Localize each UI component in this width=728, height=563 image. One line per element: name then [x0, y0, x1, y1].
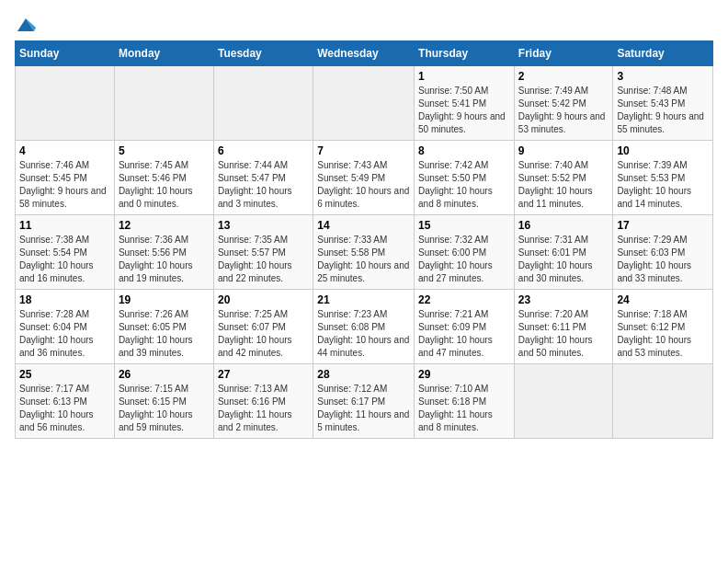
day-info: Sunrise: 7:44 AM Sunset: 5:47 PM Dayligh…	[218, 159, 309, 211]
calendar-cell: 21Sunrise: 7:23 AM Sunset: 6:08 PM Dayli…	[313, 290, 415, 364]
day-number: 15	[418, 219, 510, 232]
day-info: Sunrise: 7:50 AM Sunset: 5:41 PM Dayligh…	[418, 85, 510, 136]
calendar-cell: 17Sunrise: 7:29 AM Sunset: 6:03 PM Dayli…	[613, 215, 713, 290]
day-number: 2	[518, 70, 609, 83]
calendar-cell: 23Sunrise: 7:20 AM Sunset: 6:11 PM Dayli…	[514, 290, 613, 364]
calendar-cell: 29Sunrise: 7:10 AM Sunset: 6:18 PM Dayli…	[415, 364, 515, 439]
calendar-cell	[114, 66, 213, 141]
day-info: Sunrise: 7:48 AM Sunset: 5:43 PM Dayligh…	[617, 85, 709, 136]
day-info: Sunrise: 7:23 AM Sunset: 6:08 PM Dayligh…	[317, 308, 410, 360]
weekday-header-cell: Saturday	[613, 41, 713, 66]
day-info: Sunrise: 7:31 AM Sunset: 6:01 PM Dayligh…	[518, 234, 609, 285]
calendar-cell: 1Sunrise: 7:50 AM Sunset: 5:41 PM Daylig…	[415, 66, 515, 141]
calendar-cell: 8Sunrise: 7:42 AM Sunset: 5:50 PM Daylig…	[415, 141, 515, 215]
day-info: Sunrise: 7:43 AM Sunset: 5:49 PM Dayligh…	[317, 159, 410, 211]
weekday-header-cell: Wednesday	[313, 41, 415, 66]
day-number: 20	[218, 293, 309, 306]
calendar-cell	[313, 66, 415, 141]
calendar-cell: 15Sunrise: 7:32 AM Sunset: 6:00 PM Dayli…	[415, 215, 515, 290]
day-info: Sunrise: 7:36 AM Sunset: 5:56 PM Dayligh…	[119, 234, 210, 285]
calendar-cell: 26Sunrise: 7:15 AM Sunset: 6:15 PM Dayli…	[114, 364, 213, 439]
day-info: Sunrise: 7:29 AM Sunset: 6:03 PM Dayligh…	[617, 234, 709, 285]
day-number: 7	[317, 144, 410, 157]
calendar-cell: 25Sunrise: 7:17 AM Sunset: 6:13 PM Dayli…	[16, 364, 115, 439]
calendar-cell: 19Sunrise: 7:26 AM Sunset: 6:05 PM Dayli…	[114, 290, 213, 364]
calendar-week-row: 4Sunrise: 7:46 AM Sunset: 5:45 PM Daylig…	[16, 141, 713, 215]
day-number: 12	[119, 219, 210, 232]
day-number: 4	[19, 144, 110, 157]
day-number: 23	[518, 293, 609, 306]
calendar-cell: 22Sunrise: 7:21 AM Sunset: 6:09 PM Dayli…	[415, 290, 515, 364]
calendar-cell: 28Sunrise: 7:12 AM Sunset: 6:17 PM Dayli…	[313, 364, 415, 439]
weekday-header-cell: Tuesday	[213, 41, 313, 66]
calendar-cell: 12Sunrise: 7:36 AM Sunset: 5:56 PM Dayli…	[114, 215, 213, 290]
day-number: 29	[418, 368, 510, 381]
calendar-week-row: 1Sunrise: 7:50 AM Sunset: 5:41 PM Daylig…	[16, 66, 713, 141]
day-info: Sunrise: 7:15 AM Sunset: 6:15 PM Dayligh…	[119, 383, 210, 434]
day-number: 14	[317, 219, 410, 232]
calendar-cell: 20Sunrise: 7:25 AM Sunset: 6:07 PM Dayli…	[213, 290, 313, 364]
calendar-week-row: 25Sunrise: 7:17 AM Sunset: 6:13 PM Dayli…	[16, 364, 713, 439]
day-info: Sunrise: 7:21 AM Sunset: 6:09 PM Dayligh…	[418, 308, 510, 360]
calendar-cell	[213, 66, 313, 141]
day-info: Sunrise: 7:20 AM Sunset: 6:11 PM Dayligh…	[518, 308, 609, 360]
day-number: 25	[19, 368, 110, 381]
calendar-cell: 4Sunrise: 7:46 AM Sunset: 5:45 PM Daylig…	[16, 141, 115, 215]
calendar-cell: 9Sunrise: 7:40 AM Sunset: 5:52 PM Daylig…	[514, 141, 613, 215]
day-number: 21	[317, 293, 410, 306]
day-info: Sunrise: 7:38 AM Sunset: 5:54 PM Dayligh…	[19, 234, 110, 285]
day-number: 13	[218, 219, 309, 232]
day-number: 5	[119, 144, 210, 157]
day-info: Sunrise: 7:13 AM Sunset: 6:16 PM Dayligh…	[218, 383, 309, 434]
weekday-header-cell: Sunday	[16, 41, 115, 66]
calendar-cell: 2Sunrise: 7:49 AM Sunset: 5:42 PM Daylig…	[514, 66, 613, 141]
calendar-week-row: 18Sunrise: 7:28 AM Sunset: 6:04 PM Dayli…	[16, 290, 713, 364]
calendar-cell	[514, 364, 613, 439]
day-info: Sunrise: 7:39 AM Sunset: 5:53 PM Dayligh…	[617, 159, 709, 211]
day-info: Sunrise: 7:10 AM Sunset: 6:18 PM Dayligh…	[418, 383, 510, 434]
calendar-cell: 16Sunrise: 7:31 AM Sunset: 6:01 PM Dayli…	[514, 215, 613, 290]
day-number: 19	[119, 293, 210, 306]
day-info: Sunrise: 7:45 AM Sunset: 5:46 PM Dayligh…	[119, 159, 210, 211]
day-info: Sunrise: 7:32 AM Sunset: 6:00 PM Dayligh…	[418, 234, 510, 285]
day-number: 8	[418, 144, 510, 157]
logo	[15, 15, 36, 31]
day-info: Sunrise: 7:12 AM Sunset: 6:17 PM Dayligh…	[317, 383, 410, 434]
day-number: 24	[617, 293, 709, 306]
day-number: 28	[317, 368, 410, 381]
day-number: 18	[19, 293, 110, 306]
day-info: Sunrise: 7:46 AM Sunset: 5:45 PM Dayligh…	[19, 159, 110, 211]
logo-icon	[16, 15, 36, 35]
page-header	[15, 15, 713, 31]
weekday-header-cell: Monday	[114, 41, 213, 66]
day-number: 3	[617, 70, 709, 83]
day-info: Sunrise: 7:33 AM Sunset: 5:58 PM Dayligh…	[317, 234, 410, 285]
calendar-cell: 24Sunrise: 7:18 AM Sunset: 6:12 PM Dayli…	[613, 290, 713, 364]
day-info: Sunrise: 7:25 AM Sunset: 6:07 PM Dayligh…	[218, 308, 309, 360]
day-number: 9	[518, 144, 609, 157]
day-info: Sunrise: 7:49 AM Sunset: 5:42 PM Dayligh…	[518, 85, 609, 136]
day-info: Sunrise: 7:40 AM Sunset: 5:52 PM Dayligh…	[518, 159, 609, 211]
day-info: Sunrise: 7:28 AM Sunset: 6:04 PM Dayligh…	[19, 308, 110, 360]
day-number: 27	[218, 368, 309, 381]
day-info: Sunrise: 7:26 AM Sunset: 6:05 PM Dayligh…	[119, 308, 210, 360]
weekday-header-row: SundayMondayTuesdayWednesdayThursdayFrid…	[16, 41, 713, 66]
day-number: 16	[518, 219, 609, 232]
calendar-body: 1Sunrise: 7:50 AM Sunset: 5:41 PM Daylig…	[16, 66, 713, 439]
calendar-cell: 27Sunrise: 7:13 AM Sunset: 6:16 PM Dayli…	[213, 364, 313, 439]
day-number: 17	[617, 219, 709, 232]
calendar-week-row: 11Sunrise: 7:38 AM Sunset: 5:54 PM Dayli…	[16, 215, 713, 290]
calendar-cell: 14Sunrise: 7:33 AM Sunset: 5:58 PM Dayli…	[313, 215, 415, 290]
day-number: 6	[218, 144, 309, 157]
calendar-cell: 11Sunrise: 7:38 AM Sunset: 5:54 PM Dayli…	[16, 215, 115, 290]
weekday-header-cell: Friday	[514, 41, 613, 66]
day-info: Sunrise: 7:17 AM Sunset: 6:13 PM Dayligh…	[19, 383, 110, 434]
calendar-cell: 3Sunrise: 7:48 AM Sunset: 5:43 PM Daylig…	[613, 66, 713, 141]
day-number: 1	[418, 70, 510, 83]
day-info: Sunrise: 7:42 AM Sunset: 5:50 PM Dayligh…	[418, 159, 510, 211]
weekday-header-cell: Thursday	[415, 41, 515, 66]
calendar-cell: 5Sunrise: 7:45 AM Sunset: 5:46 PM Daylig…	[114, 141, 213, 215]
calendar-cell	[16, 66, 115, 141]
calendar-cell: 7Sunrise: 7:43 AM Sunset: 5:49 PM Daylig…	[313, 141, 415, 215]
day-number: 22	[418, 293, 510, 306]
